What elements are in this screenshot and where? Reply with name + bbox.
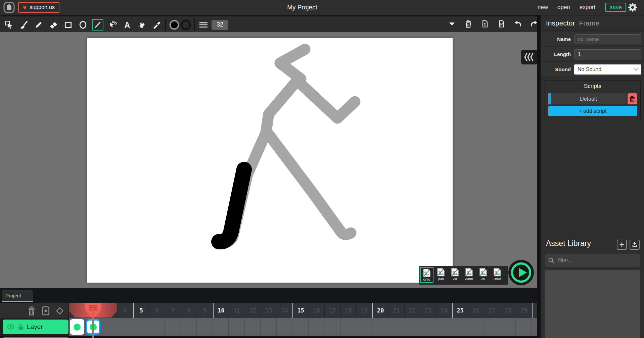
frame-number-28[interactable]: 28 <box>500 303 516 318</box>
delete-frame-button[interactable] <box>27 306 36 316</box>
layer-frame-cell-9[interactable] <box>197 318 213 336</box>
layer-frame-cell-11[interactable] <box>229 318 245 336</box>
name-input[interactable] <box>574 34 641 44</box>
layer-frame-cell-20[interactable] <box>372 318 388 336</box>
frame-number-9[interactable]: 9 <box>197 303 213 318</box>
frame-number-10[interactable]: 10 <box>213 303 229 318</box>
canvas-setting-thumb-pan[interactable]: pan <box>434 267 448 283</box>
layer-frame-cell-18[interactable] <box>340 318 357 336</box>
fill-bucket-tool-button[interactable] <box>136 19 148 31</box>
undo-button[interactable] <box>513 19 522 29</box>
canvas-setting-thumb-zo[interactable]: zo <box>448 267 462 283</box>
layer-frame-cell-14[interactable] <box>277 318 293 336</box>
frame-number-21[interactable]: 21 <box>388 303 404 318</box>
delete-selection-button[interactable] <box>464 19 473 29</box>
asset-list-area[interactable] <box>545 270 640 338</box>
asset-filter-input[interactable] <box>557 257 633 264</box>
play-button[interactable] <box>508 259 535 286</box>
frame-number-23[interactable]: 23 <box>420 303 436 318</box>
layer-frame-cell-12[interactable] <box>245 318 261 336</box>
more-dropdown-icon[interactable] <box>447 19 457 29</box>
layer-frame-cell-10[interactable] <box>213 318 229 336</box>
frame-number-18[interactable]: 18 <box>340 303 357 318</box>
layer-frame-cell-4[interactable] <box>117 318 133 336</box>
add-asset-button[interactable] <box>617 240 627 250</box>
tab-project[interactable]: Project <box>2 290 33 302</box>
layer-frame-cell-6[interactable] <box>149 318 165 336</box>
layer-frame-cell-21[interactable] <box>388 318 404 336</box>
layer-frame-cell-16[interactable] <box>309 318 325 336</box>
frame-number-5[interactable]: 5 <box>133 303 149 318</box>
frame-number-30[interactable]: 30 <box>532 303 538 318</box>
frame-number-12[interactable]: 12 <box>245 303 261 318</box>
frame-number-29[interactable]: 29 <box>516 303 532 318</box>
layer-frame-cell-28[interactable] <box>500 318 516 336</box>
frame-number-26[interactable]: 26 <box>468 303 484 318</box>
keyframe-1[interactable] <box>70 319 84 335</box>
layer-frame-cell-7[interactable] <box>165 318 181 336</box>
select-tool-button[interactable] <box>3 19 15 31</box>
layer-item[interactable]: Layer <box>3 320 68 334</box>
layer-frame-cell-15[interactable] <box>292 318 309 336</box>
layer-frame-cell-8[interactable] <box>181 318 197 336</box>
layer-frame-cell-17[interactable] <box>324 318 340 336</box>
layer-frame-cell-26[interactable] <box>468 318 484 336</box>
layer-frame-cell-29[interactable] <box>516 318 532 336</box>
new-button[interactable]: new <box>538 0 548 15</box>
collapse-inspector-button[interactable] <box>521 50 538 64</box>
frame-number-13[interactable]: 13 <box>261 303 277 318</box>
layer-frame-cell-19[interactable] <box>356 318 372 336</box>
pencil-tool-button[interactable] <box>33 19 44 31</box>
paste-button[interactable]: P <box>497 19 506 29</box>
eraser-tool-button[interactable] <box>48 19 59 31</box>
length-input[interactable] <box>574 49 641 59</box>
layer-frame-cell-23[interactable] <box>420 318 436 336</box>
ellipse-tool-button[interactable] <box>77 19 89 31</box>
add-script-button[interactable]: + add script <box>548 106 637 116</box>
script-item-default[interactable]: Default <box>548 93 626 104</box>
playhead-line[interactable] <box>92 308 94 338</box>
frame-number-20[interactable]: 20 <box>372 303 388 318</box>
drawing-canvas[interactable] <box>87 38 453 283</box>
frame-number-4[interactable]: 4 <box>117 303 133 318</box>
layer-frame-cell-22[interactable] <box>404 318 420 336</box>
upload-asset-button[interactable] <box>630 240 640 250</box>
layer-frame-cell-30[interactable] <box>532 318 538 336</box>
frame-number-17[interactable]: 17 <box>324 303 340 318</box>
add-layer-bar[interactable] <box>3 337 68 338</box>
stroke-color-swatch[interactable] <box>180 19 191 31</box>
copy-button[interactable]: C <box>480 19 490 29</box>
frame-number-15[interactable]: 15 <box>292 303 309 318</box>
frame-number-14[interactable]: 14 <box>277 303 293 318</box>
project-title[interactable]: My Project <box>287 0 317 15</box>
frame-number-24[interactable]: 24 <box>436 303 452 318</box>
line-tool-button[interactable] <box>92 19 103 31</box>
save-button[interactable]: save <box>605 3 626 12</box>
sound-select[interactable]: No Sound <box>574 64 641 75</box>
frame-number-7[interactable]: 7 <box>165 303 181 318</box>
canvas-setting-thumb-rece[interactable]: rece <box>491 267 504 283</box>
layer-frame-cell-25[interactable] <box>452 318 468 336</box>
layer-frame-cell-5[interactable] <box>133 318 149 336</box>
add-keyframe-diamond-button[interactable] <box>55 306 64 316</box>
layer-frame-cell-3[interactable] <box>101 318 117 336</box>
canvas-setting-thumb-onio[interactable]: onio <box>420 267 433 283</box>
canvas-setting-thumb-zoon[interactable]: zoon <box>462 267 476 283</box>
layer-visibility-eye-icon[interactable] <box>7 324 15 330</box>
layer-frame-cell-1[interactable] <box>69 318 85 336</box>
open-button[interactable]: open <box>557 0 570 15</box>
layer-frame-cell-13[interactable] <box>261 318 277 336</box>
eyedropper-tool-button[interactable] <box>151 19 163 31</box>
export-button[interactable]: export <box>580 0 595 15</box>
text-tool-button[interactable] <box>122 19 133 31</box>
frame-number-19[interactable]: 19 <box>356 303 372 318</box>
frame-number-27[interactable]: 27 <box>484 303 500 318</box>
layer-frame-cell-24[interactable] <box>436 318 452 336</box>
frame-number-8[interactable]: 8 <box>181 303 197 318</box>
settings-gear-icon[interactable] <box>628 3 637 12</box>
frame-number-11[interactable]: 11 <box>229 303 245 318</box>
app-logo-icon[interactable] <box>3 2 15 13</box>
path-cursor-tool-button[interactable] <box>107 19 118 31</box>
brush-tool-button[interactable] <box>18 19 30 31</box>
canvas-setting-thumb-zo[interactable]: zo <box>476 267 490 283</box>
